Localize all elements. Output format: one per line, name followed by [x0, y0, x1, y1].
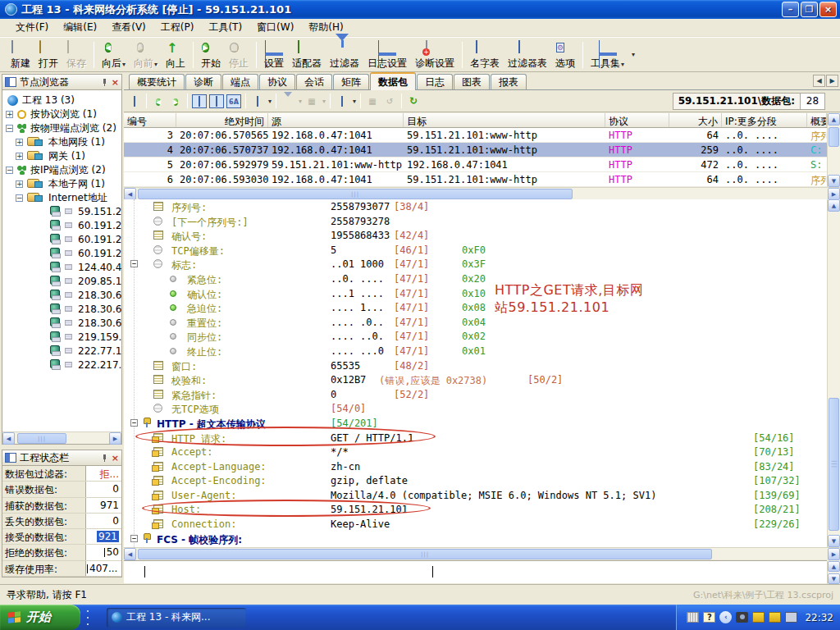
tab-endpoints[interactable]: 端点 [222, 74, 258, 89]
decode-vertical-scrollbar[interactable]: ▲ ||| ▼ [827, 199, 840, 547]
decode-row-checksum[interactable]: 校验和:0x12B7(错误,应该是 0x2738)[50/2] [124, 372, 827, 387]
tree-item-local-segment[interactable]: +本地网段 (1) [2, 135, 121, 149]
tray-collapse-chevron-icon[interactable]: ‹ [719, 611, 732, 623]
tab-packets[interactable]: 数据包 [370, 72, 416, 90]
tree-item-ip[interactable]: 60.191.2 [2, 219, 121, 233]
adapter-button[interactable]: 适配器 [288, 40, 326, 69]
tree-item-ip[interactable]: 59.151.2 [2, 205, 121, 219]
tree-item-ip[interactable]: 218.30.6 [2, 289, 121, 303]
capture-tray-icon[interactable] [736, 612, 748, 623]
decode-row[interactable]: Connection:Keep-Alive[229/26] [124, 517, 827, 532]
column-settings-icon[interactable] [250, 94, 265, 108]
collapse-icon[interactable]: − [6, 167, 13, 174]
tab-scroll-left-icon[interactable]: ◀ [813, 75, 825, 87]
refresh-icon[interactable]: ↻ [406, 94, 421, 108]
pin-icon[interactable] [101, 454, 108, 462]
packet-row[interactable]: 520:07:06.59297959.151.21.101:www-http19… [124, 158, 827, 172]
close-button[interactable]: × [819, 2, 837, 17]
panel-close-icon[interactable]: × [112, 78, 119, 87]
back-button[interactable]: ◀向后▾ [98, 40, 130, 70]
network-tray-icon[interactable] [785, 612, 797, 623]
tab-matrix[interactable]: 矩阵 [333, 74, 369, 89]
expand-icon[interactable]: + [6, 111, 13, 118]
decode-row[interactable]: [下一个序列号:]2558793278 [124, 214, 827, 229]
export-packets-icon[interactable] [127, 94, 142, 108]
security-tray-icon[interactable] [769, 612, 781, 623]
decode-row[interactable]: TCP偏移量:5[46/1]0xF0 [124, 243, 827, 258]
tab-charts[interactable]: 图表 [454, 74, 490, 89]
collapse-icon[interactable]: − [16, 194, 23, 202]
minimize-button[interactable]: – [782, 2, 799, 17]
menu-edit[interactable]: 编辑(E) [56, 18, 104, 37]
expand-icon[interactable]: + [16, 153, 23, 160]
decode-row[interactable]: 窗口:65535[48/2] [124, 358, 827, 373]
diagnosis-settings-button[interactable]: 诊断设置 [411, 40, 459, 69]
pin-icon[interactable] [101, 79, 108, 86]
menu-file[interactable]: 文件(F) [8, 18, 56, 37]
tree-item-ip[interactable]: 219.159. [2, 331, 121, 345]
tree-item-ip[interactable]: 222.77.1 [2, 345, 121, 358]
security-tray-icon[interactable] [752, 612, 765, 623]
collapse-icon[interactable]: − [130, 260, 138, 267]
col-header-source[interactable]: 源 [268, 113, 404, 127]
decode-row[interactable]: Accept:*/*[70/13] [124, 445, 827, 459]
maximize-button[interactable]: ❐ [801, 2, 818, 17]
tree-item-ip[interactable]: 60.191.2 [2, 233, 121, 247]
decode-row-bit[interactable]: 终止位:.... ...0[47/1]0x01 [124, 344, 827, 358]
tree-item-ip-endpoint[interactable]: −按IP端点浏览 (2) [2, 163, 121, 177]
open-button[interactable]: 打开 [34, 40, 62, 69]
decode-row[interactable]: 紧急指针:0[52/2] [124, 387, 827, 402]
tab-logs[interactable]: 日志 [417, 74, 453, 89]
start-button[interactable]: 开始 [0, 605, 80, 630]
tree-item-physical[interactable]: −按物理端点浏览 (2) [2, 121, 121, 135]
decode-row[interactable]: 确认号:1955868433[42/4] [124, 228, 827, 243]
collapse-icon[interactable]: − [6, 125, 13, 132]
decode-row[interactable]: Accept-Language:zh-cn[83/24] [124, 459, 827, 474]
tree-item-project[interactable]: 工程 13 (3) [2, 94, 121, 107]
decode-row[interactable]: Accept-Encoding:gzip, deflate[107/32] [124, 473, 827, 488]
tab-reports[interactable]: 报表 [491, 74, 527, 89]
tab-protocols[interactable]: 协议 [259, 74, 295, 89]
tab-summary[interactable]: 概要统计 [129, 74, 185, 89]
decode-row[interactable]: 无TCP选项[54/0] [124, 401, 827, 416]
tab-scroll-right-icon[interactable]: ▶ [826, 75, 838, 87]
settings-button[interactable]: 设置 [260, 40, 288, 69]
menu-view[interactable]: 查看(V) [104, 18, 153, 37]
decode-row-flags[interactable]: −标志:..01 1000[47/1]0x3F [124, 257, 827, 272]
decode-section-fcs[interactable]: −FCS - 帧校验序列: [124, 532, 827, 546]
tab-diagnosis[interactable]: 诊断 [185, 74, 221, 89]
packet-list-horizontal-scrollbar[interactable]: ◀ ||| ▶ [124, 187, 840, 199]
display-options-icon[interactable] [335, 94, 349, 108]
tree-item-ip[interactable]: 218.30.6 [2, 303, 121, 317]
toggle-hex-view-icon[interactable]: 6A [226, 94, 241, 108]
help-tray-icon[interactable]: ? [703, 612, 715, 623]
up-button[interactable]: ↑向上 [162, 40, 189, 69]
menu-project[interactable]: 工程(P) [153, 18, 202, 37]
tree-item-ip[interactable]: 60.191.2 [2, 247, 121, 261]
start-capture-button[interactable]: ▶开始 [197, 40, 225, 69]
packet-row[interactable]: 620:07:06.593030192.168.0.47:104159.151.… [124, 172, 827, 187]
tree-item-local-subnet[interactable]: +本地子网 (1) [2, 177, 121, 191]
panel-close-icon[interactable]: × [112, 454, 119, 463]
decode-horizontal-scrollbar[interactable]: ◀ ||| ▶ [124, 547, 840, 559]
toolbar-overflow-chevron[interactable]: ▾ [632, 51, 635, 58]
packet-row-selected[interactable]: 420:07:06.570737192.168.0.47:104159.151.… [124, 143, 827, 158]
menu-window[interactable]: 窗口(W) [249, 18, 301, 37]
previous-packet-icon[interactable]: ◀ [151, 94, 166, 108]
toolset-button[interactable]: 工具集▾ [587, 40, 628, 70]
tree-item-gateway[interactable]: +网关 (1) [2, 149, 121, 163]
tree-item-ip[interactable]: 222.217. [2, 358, 121, 372]
tree-item-ip[interactable]: 124.40.4 [2, 261, 121, 275]
toggle-list-view-icon[interactable] [192, 94, 207, 108]
next-packet-icon[interactable]: ▶ [168, 94, 183, 108]
col-header-destination[interactable]: 目标 [404, 113, 605, 127]
tree-item-ip[interactable]: 209.85.1 [2, 275, 121, 289]
col-header-fragment[interactable]: IP:更多分段 [722, 113, 807, 127]
taskbar-app-button[interactable]: 工程 13 - 科来网... [107, 608, 246, 628]
col-header-size[interactable]: 大小 [669, 113, 722, 127]
col-header-time[interactable]: 绝对时间 [176, 113, 268, 127]
packet-row[interactable]: 320:07:06.570565192.168.0.47:104159.151.… [124, 128, 827, 143]
tree-item-protocol[interactable]: +按协议浏览 (1) [2, 107, 121, 121]
name-table-button[interactable]: 名字表 [466, 40, 504, 69]
toggle-decode-view-icon[interactable] [209, 94, 224, 108]
